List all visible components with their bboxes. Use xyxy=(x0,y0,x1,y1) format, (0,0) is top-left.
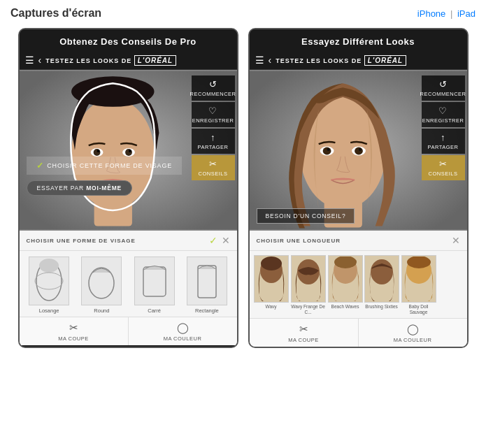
phone-right-caption: Essayez Différent Looks xyxy=(250,29,467,51)
panel-close-right[interactable]: ✕ xyxy=(452,235,460,246)
svg-point-23 xyxy=(355,147,363,155)
partager-btn-right[interactable]: ↑ PARTAGER xyxy=(422,129,465,154)
svg-point-9 xyxy=(128,150,131,152)
svg-point-21 xyxy=(327,148,329,151)
drop-nav-icon-left: ◯ xyxy=(177,321,189,334)
share-icon: ↑ xyxy=(210,132,215,143)
face-img-round xyxy=(81,256,122,305)
face-option-rectangle[interactable]: Rectangle xyxy=(181,256,232,314)
hair-option-baby-doll[interactable]: Baby Doll Sauvage xyxy=(401,255,437,315)
back-icon-right[interactable]: ‹ xyxy=(269,55,272,66)
face-option-losange[interactable]: Losange xyxy=(24,256,75,314)
iphone-link[interactable]: iPhone xyxy=(417,8,445,19)
svg-point-30 xyxy=(371,259,393,284)
nav-couleur-right[interactable]: ◯ MA COULEUR xyxy=(359,319,467,347)
page-header: Captures d'écran iPhone | iPad xyxy=(10,7,476,20)
check-icon: ✓ xyxy=(36,161,44,171)
svg-point-24 xyxy=(358,148,361,151)
scissors-nav-icon-left: ✂ xyxy=(69,321,78,334)
svg-point-5 xyxy=(93,149,100,156)
hair-label-wavy-frange: Wavy Frange De C... xyxy=(290,304,327,315)
choose-face-btn[interactable]: ✓ CHOISIR CETTE FORME DE VISAGE xyxy=(27,157,183,175)
face-img-rectangle xyxy=(187,256,227,305)
action-buttons-right: ↺ RECOMMENCER ♡ ENREGISTRER ↑ PARTAGER ✂… xyxy=(420,70,467,231)
menu-icon[interactable]: ☰ xyxy=(25,55,34,66)
face-label-round: Round xyxy=(94,308,109,314)
essayer-btn[interactable]: ESSAYER PAR MOI-MÊME xyxy=(27,180,133,196)
svg-point-11 xyxy=(39,259,59,273)
hair-img-baby-doll xyxy=(401,255,436,303)
phone-right-topbar: ☰ ‹ TESTEZ LES LOOKS DE L'ORÉAL xyxy=(250,51,467,70)
scissors-nav-icon-right: ✂ xyxy=(299,323,308,335)
topbar-text: TESTEZ LES LOOKS DE L'ORÉAL xyxy=(45,57,231,64)
hair-option-wavy-frange[interactable]: Wavy Frange De C... xyxy=(290,255,327,315)
loreal-logo: L'ORÉAL xyxy=(134,55,177,66)
heart-icon: ♡ xyxy=(208,106,217,116)
panel-close-left[interactable]: ✕ xyxy=(222,235,230,246)
scissors-icon-right: ✂ xyxy=(439,159,448,169)
face-label-losange: Losange xyxy=(39,308,59,314)
hair-option-beach-waves[interactable]: Beach Waves xyxy=(328,255,363,315)
phone-right: Essayez Différent Looks ☰ ‹ TESTEZ LES L… xyxy=(248,28,469,348)
recommencer-btn-right[interactable]: ↺ RECOMMENCER xyxy=(422,75,465,101)
partager-btn-left[interactable]: ↑ PARTAGER xyxy=(192,129,235,154)
screenshots-container: Obtenez Des Conseils De Pro ☰ ‹ TESTEZ L… xyxy=(10,28,476,348)
hair-img-wavy-frange xyxy=(291,255,326,303)
panel-title-left: CHOISIR UNE FORME DE VISAGE xyxy=(27,238,136,244)
face-img-carre xyxy=(134,256,175,305)
action-buttons-left: ↺ RECOMMENCER ♡ ENREGISTRER ↑ PARTAGER ✂… xyxy=(190,70,237,231)
link-separator: | xyxy=(450,8,452,19)
refresh-icon: ↺ xyxy=(209,79,217,89)
panel-check-icon: ✓ xyxy=(209,235,217,246)
page-title: Captures d'écran xyxy=(10,7,101,20)
menu-icon-right[interactable]: ☰ xyxy=(255,55,264,66)
panel-title-right: CHOISIR UNE LONGUEUR xyxy=(257,238,341,244)
phone-left: Obtenez Des Conseils De Pro ☰ ‹ TESTEZ L… xyxy=(18,28,238,348)
nav-couleur-left[interactable]: ◯ MA COULEUR xyxy=(129,317,237,345)
panel-header-right: CHOISIR UNE LONGUEUR ✕ xyxy=(250,231,467,251)
drop-nav-icon-right: ◯ xyxy=(407,323,419,335)
svg-point-12 xyxy=(35,273,63,289)
phone-left-bottom-panel: CHOISIR UNE FORME DE VISAGE ✓ ✕ xyxy=(20,231,237,345)
svg-point-26 xyxy=(261,256,282,270)
phone-right-bottom-panel: CHOISIR UNE LONGUEUR ✕ Wavy xyxy=(250,231,467,347)
enregistrer-btn-left[interactable]: ♡ ENREGISTRER xyxy=(192,102,235,127)
conseils-btn-left[interactable]: ✂ CONSEILS xyxy=(192,155,235,180)
svg-rect-14 xyxy=(143,267,166,296)
panel-header-left: CHOISIR UNE FORME DE VISAGE ✓ ✕ xyxy=(20,231,237,251)
hair-img-beach-waves xyxy=(328,255,363,303)
hair-options-right: Wavy Wavy Frange De C... xyxy=(250,251,467,318)
svg-point-8 xyxy=(125,149,132,156)
conseils-btn-right[interactable]: ✂ CONSEILS xyxy=(422,155,465,180)
face-option-round[interactable]: Round xyxy=(76,256,127,314)
phone-left-face-area: ↺ RECOMMENCER ♡ ENREGISTRER ↑ PARTAGER ✂… xyxy=(20,70,237,231)
refresh-icon-right: ↺ xyxy=(439,79,448,89)
face-img-losange xyxy=(29,256,69,305)
hair-label-baby-doll: Baby Doll Sauvage xyxy=(401,304,437,315)
svg-point-20 xyxy=(322,147,331,155)
recommencer-btn-left[interactable]: ↺ RECOMMENCER xyxy=(192,75,235,101)
enregistrer-btn-right[interactable]: ♡ ENREGISTRER xyxy=(422,102,465,127)
hair-option-brushing[interactable]: Brushing Sixties xyxy=(364,255,399,315)
besoin-conseil-btn[interactable]: BESOIN D'UN CONSEIL? xyxy=(257,208,355,224)
nav-coupe-left[interactable]: ✂ MA COUPE xyxy=(20,317,129,345)
svg-point-6 xyxy=(97,150,99,152)
phone-right-face-area: ↺ RECOMMENCER ♡ ENREGISTRER ↑ PARTAGER ✂… xyxy=(250,70,467,231)
svg-rect-15 xyxy=(198,266,216,298)
header-links: iPhone | iPad xyxy=(417,8,476,19)
face-label-rectangle: Rectangle xyxy=(195,308,219,314)
share-icon-right: ↑ xyxy=(441,132,445,143)
bottom-nav-left: ✂ MA COUPE ◯ MA COULEUR xyxy=(20,317,237,345)
face-option-carre[interactable]: Carré xyxy=(129,256,180,314)
hair-label-wavy: Wavy xyxy=(265,304,276,310)
face-label-carre: Carré xyxy=(148,308,161,314)
loreal-logo-right: L'ORÉAL xyxy=(364,55,407,66)
nav-coupe-right[interactable]: ✂ MA COUPE xyxy=(250,319,359,347)
hair-img-brushing xyxy=(364,255,399,303)
ipad-link[interactable]: iPad xyxy=(457,8,476,19)
hair-option-wavy[interactable]: Wavy xyxy=(254,255,289,315)
back-icon[interactable]: ‹ xyxy=(38,55,42,66)
hair-label-beach-waves: Beach Waves xyxy=(331,304,359,310)
heart-icon-right: ♡ xyxy=(438,106,448,116)
phone-left-caption: Obtenez Des Conseils De Pro xyxy=(20,29,237,51)
